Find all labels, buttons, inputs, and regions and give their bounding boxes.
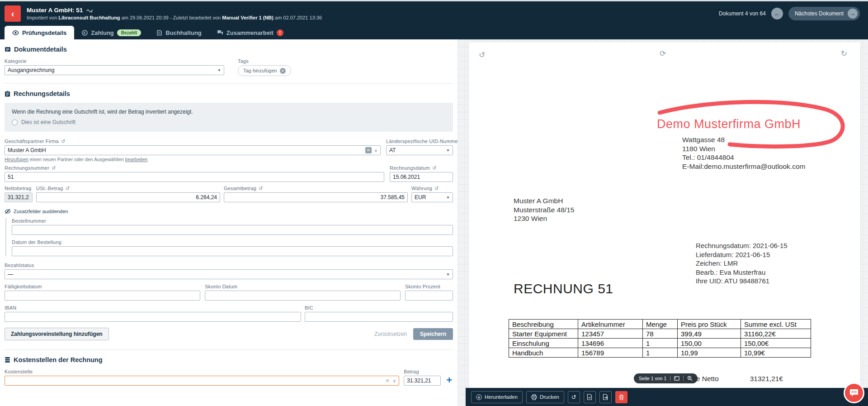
top-header: ‹ Muster A GmbH: 51 Importiert von Libra… — [0, 1, 868, 26]
history-icon[interactable]: ↺ — [61, 139, 65, 144]
invoice-number-label: Rechnungsnummer — [5, 165, 49, 171]
next-document-button[interactable]: Nächstes Dokument → — [788, 7, 860, 20]
history-icon[interactable]: ↺ — [259, 186, 263, 191]
chat-widget-button[interactable] — [844, 382, 864, 403]
tab-pruefungsdetails[interactable]: Prüfungsdetails — [5, 26, 74, 39]
invoice-date-input[interactable] — [390, 172, 453, 182]
invoice-details-heading: Rechnungsdetails — [5, 90, 453, 97]
add-tag-button[interactable]: Tag hinzufügen + — [238, 65, 291, 76]
print-button[interactable]: Drucken — [526, 391, 564, 403]
credit-note-checkbox[interactable]: Dies ist eine Gutschrift — [12, 119, 446, 125]
country-uid-field: Länderspezifische UID-Nummer AT ▼ — [386, 139, 453, 162]
order-date-input[interactable] — [12, 246, 453, 256]
rotate-counterclockwise-icon[interactable]: ↺ — [479, 50, 485, 60]
download-button[interactable]: Herunterladen — [471, 391, 523, 403]
refresh-icon[interactable]: ⟳ — [660, 49, 666, 58]
invoice-meta: Rechnungsdatum: 2021-06-15 Lieferdatum: … — [696, 241, 788, 286]
add-cost-center-button[interactable]: + — [445, 375, 453, 385]
order-date-field: Datum der Bestellung — [12, 239, 453, 256]
cost-center-select[interactable]: ✕ ∨ — [5, 376, 399, 386]
edit-partner-link[interactable]: bearbeiten — [125, 157, 148, 162]
document-history-button[interactable]: ↺ — [568, 391, 580, 403]
rotate-clockwise-icon[interactable]: ↻ — [841, 49, 847, 58]
cost-center-amount-input[interactable] — [404, 376, 441, 386]
tab-zusammenarbeit[interactable]: Zusammenarbeit ! — [209, 26, 291, 39]
due-date-input[interactable] — [5, 291, 200, 301]
add-payment-preset-button[interactable]: Zahlungsvoreinstellung hinzufügen — [5, 328, 109, 340]
sum-net-value: 31321,21€ — [733, 375, 783, 383]
vat-amount-input[interactable] — [36, 192, 220, 202]
split-document-icon[interactable] — [86, 8, 94, 13]
document-counter: Dokument 4 von 64 — [719, 10, 766, 17]
cost-center-amount-field: Betrag — [404, 369, 441, 386]
document-export-icon — [603, 394, 609, 400]
history-icon[interactable]: ↺ — [432, 166, 436, 171]
document-check-icon — [587, 394, 592, 400]
invoice-date-field: Rechnungsdatum ↺ — [390, 165, 453, 182]
recipient-address: Muster A GmbH Musterstraße 48/15 1230 Wi… — [514, 196, 574, 223]
next-document-label: Nächstes Dokument — [795, 10, 844, 17]
history-icon[interactable]: ↺ — [434, 186, 439, 191]
verification-form-panel: Dokumentdetails Kategorie Ausgangsrechnu… — [0, 39, 458, 406]
discount-percent-input[interactable] — [405, 291, 453, 301]
clear-icon[interactable]: ✕ — [365, 147, 372, 153]
plus-circle-icon: + — [280, 68, 286, 74]
tab-zahlung[interactable]: € Zahlung Bezahlt — [74, 26, 149, 39]
back-button[interactable]: ‹ — [5, 5, 21, 22]
business-partner-select[interactable]: Muster A GmbH ✕ ∨ — [5, 145, 381, 155]
ledger-icon — [156, 30, 162, 36]
gross-amount-label: Gesamtbetrag — [224, 186, 256, 191]
iban-field: IBAN — [5, 305, 301, 322]
history-icon[interactable]: ↺ — [66, 186, 70, 191]
discount-date-input[interactable] — [205, 291, 401, 301]
document-details-heading: Dokumentdetails — [5, 46, 453, 53]
invoice-number-input[interactable] — [5, 172, 384, 182]
section-divider — [5, 349, 453, 350]
invoice-document: Demo Musterfirma GmbH Wattgasse 48 1180 … — [469, 42, 860, 406]
extra-fields-toggle[interactable]: Zusatzfelder ausblenden — [5, 209, 453, 214]
paid-status-select[interactable]: — ▼ — [5, 269, 453, 279]
save-button[interactable]: Speichern — [413, 328, 453, 340]
tab-label: Prüfungsdetails — [22, 29, 66, 36]
previous-document-button[interactable]: ← — [771, 8, 783, 19]
table-row: Starter Equipment 123457 78 399,49 31160… — [509, 329, 811, 339]
iban-input[interactable] — [5, 312, 301, 322]
chat-bubble-icon — [849, 388, 859, 397]
chat-icon — [217, 30, 223, 35]
bic-input[interactable] — [305, 312, 453, 322]
order-number-input[interactable] — [12, 225, 453, 235]
tags-field: Tags Tag hinzufügen + — [238, 58, 291, 76]
category-select[interactable]: Ausgangsrechnung ▼ — [5, 65, 224, 75]
discount-date-field: Skonto Datum — [205, 284, 401, 301]
category-label: Kategorie — [5, 58, 27, 64]
discount-date-label: Skonto Datum — [205, 284, 237, 289]
fit-page-icon[interactable] — [674, 376, 679, 381]
zoom-in-icon[interactable] — [687, 376, 693, 381]
invoice-title: RECHNUNG 51 — [514, 281, 613, 296]
amount-label: Betrag — [404, 369, 419, 374]
delete-document-button[interactable] — [615, 391, 627, 403]
order-number-field: Bestellnummer — [12, 218, 453, 235]
country-uid-select[interactable]: AT ▼ — [386, 145, 453, 155]
add-partner-link[interactable]: Hinzufügen — [5, 157, 28, 162]
radio-icon[interactable] — [12, 119, 18, 125]
reset-button[interactable]: Zurücksetzen — [374, 331, 407, 337]
currency-select[interactable]: EUR ▼ — [411, 192, 453, 202]
currency-field: Währung ↺ EUR ▼ — [411, 186, 453, 202]
cost-centers-heading: Kostenstellen der Rechnung — [5, 356, 453, 363]
tab-buchhaltung[interactable]: Buchhaltung — [149, 26, 209, 39]
business-partner-field: Geschäftspartner Firma ↺ Muster A GmbH ✕… — [5, 139, 381, 162]
form-actions: Zahlungsvoreinstellung hinzufügen Zurück… — [5, 328, 453, 340]
gross-amount-field: Gesamtbetrag ↺ — [224, 186, 408, 202]
import-info: Importiert von Libraconsult Buchhaltung … — [27, 15, 719, 20]
import-info-end: am 02.07.2021 13:36 — [275, 15, 322, 20]
gross-amount-input[interactable] — [224, 192, 408, 202]
document-export-button[interactable] — [599, 391, 612, 403]
tab-label: Zusammenarbeit — [226, 29, 274, 36]
page-indicator: Seite 1 von 1 — [634, 373, 698, 383]
history-icon[interactable]: ↺ — [52, 166, 56, 171]
document-verify-button[interactable] — [584, 391, 596, 403]
clear-icon[interactable]: ✕ — [386, 378, 390, 384]
chevron-down-icon: ∨ — [393, 378, 396, 383]
tab-label: Zahlung — [91, 29, 114, 36]
